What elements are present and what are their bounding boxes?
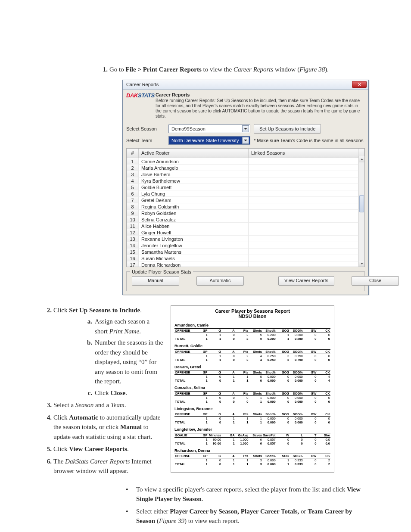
step-6: 6. The DakStats Career Reports Internet … (39, 457, 164, 476)
chevron-down-icon (242, 125, 249, 132)
roster-grid: # Active Roster Linked Seasons 1Camie Am… (126, 148, 365, 267)
table-row[interactable]: 14Jennifer Longfellow (127, 242, 364, 249)
team-dropdown[interactable]: North Delaware State University (168, 136, 250, 145)
automatic-button[interactable]: Automatic (196, 276, 244, 286)
col-number[interactable]: # (127, 149, 139, 158)
table-row[interactable]: 3Josie Barbera (127, 171, 364, 177)
scroll-up-icon[interactable] (359, 156, 364, 162)
step-5: 5. Click View Career Reports. (39, 444, 164, 454)
table-row[interactable]: 1Camie Amundson (127, 158, 364, 165)
panel-description: Before running Career Reports: Set Up Se… (156, 98, 365, 119)
table-row[interactable]: 9Robyn Goldstien (127, 210, 364, 216)
setup-seasons-button[interactable]: Set Up Seasons to Include (254, 124, 321, 134)
table-row[interactable]: 7Gretel DeKam (127, 197, 364, 203)
step-4: 4. Click Automatic to automatically upda… (39, 413, 164, 442)
table-row[interactable]: 15Samantha Martens (127, 249, 364, 255)
panel-heading: Career Reports (156, 91, 365, 99)
table-row[interactable]: 2Maria Archangelo (127, 165, 364, 171)
view-career-reports-button[interactable]: View Career Reports (278, 276, 334, 286)
table-row[interactable]: 13Roxanne Livingston (127, 236, 364, 242)
table-row[interactable]: 10Selina Gonzalez (127, 216, 364, 223)
season-dropdown[interactable]: Demo99Season (168, 124, 250, 133)
close-button[interactable]: Close (352, 276, 399, 286)
step-1-text: Go to File > Print Career Reports to vie… (109, 66, 329, 73)
scrollbar[interactable] (358, 156, 364, 267)
label-select-team: Select Team (126, 137, 165, 144)
col-linked-seasons[interactable]: Linked Seasons (249, 149, 358, 158)
table-row[interactable]: 12Ginger Howell (127, 229, 364, 236)
table-row[interactable]: 16Susan Michaels (127, 255, 364, 261)
window-title: Career Reports (126, 81, 159, 88)
career-player-report: Career Player by Seasons Report NDSU Bis… (171, 305, 334, 473)
label-select-season: Select Season (126, 125, 165, 133)
career-reports-window: Career Reports ✕ DAKSTATS Career Reports… (122, 80, 372, 295)
table-row[interactable]: 6Lyla Chung (127, 190, 364, 197)
scroll-thumb[interactable] (359, 195, 364, 212)
manual-button[interactable]: Manual (132, 276, 179, 286)
step-2c: c.Click Close. (82, 388, 164, 398)
col-active-roster[interactable]: Active Roster (139, 149, 249, 158)
step-2b: b.Number the seasons in the order they s… (82, 338, 164, 386)
dakstats-logo: DAKSTATS (126, 91, 152, 101)
table-row[interactable]: 17Donna Richardson (127, 261, 364, 267)
close-icon[interactable]: ✕ (352, 81, 367, 88)
team-code-note: * Make sure Team's Code is the same in a… (254, 137, 365, 144)
chevron-down-icon (242, 137, 249, 144)
update-stats-fieldset: Update Player Season Stats Manual Automa… (126, 271, 365, 291)
table-row[interactable]: 4Kyra Bartholemew (127, 177, 364, 184)
titlebar: Career Reports ✕ (123, 80, 368, 90)
step-2a: a.Assign each season a short Print Name. (82, 317, 164, 336)
table-row[interactable]: 5Goldie Burnett (127, 184, 364, 190)
bullet-1: To view a specific player's career repor… (123, 485, 372, 504)
step-2: 2. Click Set Up Seasons to Include. a.As… (39, 305, 164, 398)
step-3: 3. Select a Season and a Team. (39, 400, 164, 410)
table-row[interactable]: 8Regina Goldsmith (127, 203, 364, 210)
step-1: 1. Go to File > Print Career Reports to … (95, 65, 372, 295)
bullet-2: Select either Player Career by Season, P… (123, 507, 372, 526)
scroll-down-icon[interactable] (359, 261, 364, 267)
table-row[interactable]: 11Alice Habben (127, 223, 364, 229)
